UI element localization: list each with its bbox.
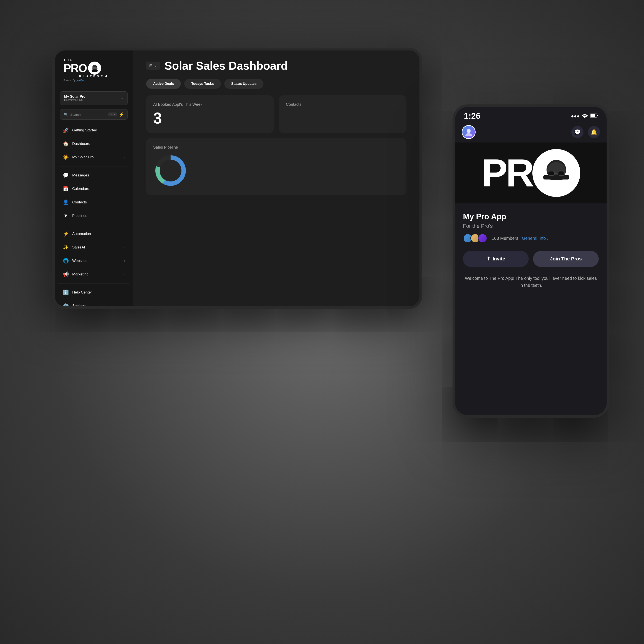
community-app-name: My Pro App xyxy=(463,212,599,221)
svg-rect-17 xyxy=(548,171,555,176)
phone-statusbar: 1:26 ●●● xyxy=(455,107,607,123)
rocket-icon: 🚀 xyxy=(63,127,69,133)
sidebar-item-settings[interactable]: ⚙️ Settings xyxy=(58,300,129,306)
sidebar-item-contacts[interactable]: 👤 Contacts xyxy=(58,196,129,209)
sidebar-item-messages[interactable]: 💬 Messages xyxy=(58,169,129,182)
layout-toggle-button[interactable]: ⊞ ⌄ xyxy=(146,62,160,70)
sidebar-item-websites[interactable]: 🌐 Websites › xyxy=(58,255,129,267)
workspace-label: My Solar Pro xyxy=(64,95,86,99)
sidebar-item-pipelines[interactable]: ▼ Pipelines xyxy=(58,210,129,222)
nav-label: SalesAI xyxy=(72,245,121,250)
workspace-dropdown[interactable]: My Solar Pro Huntersville, NC ⌄ xyxy=(60,91,128,105)
nav-label: Automation xyxy=(72,232,125,236)
svg-rect-1 xyxy=(92,69,98,72)
sidebar-item-marketing[interactable]: 📢 Marketing › xyxy=(58,268,129,281)
share-icon: ⬆ xyxy=(486,256,490,262)
chevron-down-icon: ⌄ xyxy=(120,96,124,101)
sidebar-item-my-solar-pro[interactable]: ☀️ My Solar Pro › xyxy=(58,151,129,164)
help-icon: ℹ️ xyxy=(63,290,69,295)
chevron-right-icon: › xyxy=(124,245,125,249)
community-tagline: For the Pro's xyxy=(463,223,599,229)
nav-divider-2 xyxy=(58,225,129,225)
dashboard-header: ⊞ ⌄ Solar Sales Dashboard xyxy=(133,50,419,79)
sidebar-item-getting-started[interactable]: 🚀 Getting Started xyxy=(58,124,129,137)
sidebar-item-help-center[interactable]: ℹ️ Help Center xyxy=(58,286,129,299)
nav-label: Calendars xyxy=(72,187,125,191)
pro-logo-circle xyxy=(532,149,580,197)
pipeline-card: Sales Pipeline xyxy=(146,138,406,195)
chevron-right-icon: › xyxy=(124,272,125,276)
community-section: My Pro App For the Pro's 163 Members | G… xyxy=(455,203,607,295)
settings-icon: ⚙️ xyxy=(63,303,69,306)
logo-powered-text: Powered By qualifye xyxy=(64,79,124,82)
logo-the-text: THE xyxy=(64,58,124,62)
contacts-icon: 👤 xyxy=(63,200,69,205)
sidebar-item-automation[interactable]: ⚡ Automation xyxy=(58,228,129,240)
dashboard-cards-grid: AI Booked Appt's This Week 3 Contacts xyxy=(133,95,419,133)
tab-active-deals[interactable]: Active Deals xyxy=(146,79,181,89)
nav-label: Help Center xyxy=(72,290,125,295)
member-avatars xyxy=(463,233,485,243)
card-title: Contacts xyxy=(286,102,399,107)
logo-icon xyxy=(88,62,101,75)
sidebar-item-salesai[interactable]: ✨ SalesAI › xyxy=(58,241,129,254)
logo-platform-text: PLATFORM xyxy=(64,75,124,78)
ai-icon: ✨ xyxy=(63,245,69,250)
invite-button[interactable]: ⬆ Invite xyxy=(463,251,529,267)
nav-label: Websites xyxy=(72,259,121,263)
marketing-icon: 📢 xyxy=(63,272,69,277)
card-title: AI Booked Appt's This Week xyxy=(153,102,267,107)
search-input[interactable]: Search xyxy=(70,113,106,116)
statusbar-time: 1:26 xyxy=(464,111,480,121)
phone-device: 1:26 ●●● xyxy=(453,104,609,418)
nav-label: Marketing xyxy=(72,272,121,277)
community-description: Welcome to The Pro App! The only tool yo… xyxy=(463,275,599,289)
layout-icon: ⊞ xyxy=(149,63,153,68)
pro-banner-text: PR xyxy=(481,153,532,193)
tab-todays-tasks[interactable]: Todays Tasks xyxy=(184,79,221,89)
messages-button[interactable]: 💬 xyxy=(571,126,584,138)
nav-label: Contacts xyxy=(72,200,125,205)
dropdown-chevron: ⌄ xyxy=(154,63,157,68)
sidebar-item-calendars[interactable]: 📅 Calendars xyxy=(58,183,129,195)
general-info-link[interactable]: General Info xyxy=(522,236,546,241)
chevron-right-icon: › xyxy=(124,259,125,263)
solar-icon: ☀️ xyxy=(63,154,69,160)
chevron-right-icon: › xyxy=(124,155,125,159)
nav-label: Pipelines xyxy=(72,214,125,218)
tab-status-updates[interactable]: Status Updates xyxy=(224,79,263,89)
pipeline-section: Sales Pipeline xyxy=(133,133,419,200)
notifications-button[interactable]: 🔔 xyxy=(588,126,600,138)
pipeline-title: Sales Pipeline xyxy=(153,145,399,150)
tablet-device: THE PRO PLATFORM Powered By xyxy=(52,48,422,309)
wifi-icon xyxy=(582,113,588,119)
community-action-buttons: ⬆ Invite Join The Pros xyxy=(463,251,599,267)
pipeline-donut-chart xyxy=(153,153,188,188)
sidebar-item-dashboard[interactable]: 🏠 Dashboard xyxy=(58,138,129,150)
messages-icon: 💬 xyxy=(63,173,69,178)
user-avatar[interactable] xyxy=(462,125,476,139)
members-count: 163 Members | General Info › xyxy=(492,236,548,241)
svg-point-7 xyxy=(584,117,585,118)
phone-screen: 1:26 ●●● xyxy=(455,107,607,415)
member-avatar-3 xyxy=(478,233,487,243)
battery-icon xyxy=(590,113,598,119)
signal-icon: ●●● xyxy=(571,113,580,119)
donut-svg xyxy=(153,153,188,188)
community-members-row: 163 Members | General Info › xyxy=(463,233,599,243)
search-bar[interactable]: 🔍 Search ctrl K ⚡ xyxy=(60,109,128,120)
chat-icon: 💬 xyxy=(574,129,581,135)
phone-header-icons: 💬 🔔 xyxy=(571,126,600,138)
main-content: ⊞ ⌄ Solar Sales Dashboard Active Deals T… xyxy=(133,50,419,306)
svg-point-12 xyxy=(465,133,472,136)
bell-icon: 🔔 xyxy=(591,129,597,135)
phone-app-header: 💬 🔔 xyxy=(455,123,607,143)
dashboard-tabs: Active Deals Todays Tasks Status Updates xyxy=(133,79,419,95)
pro-banner: PR xyxy=(455,143,607,203)
contacts-card: Contacts xyxy=(279,95,406,133)
join-the-pros-button[interactable]: Join The Pros xyxy=(533,251,599,267)
automation-icon: ⚡ xyxy=(63,231,69,237)
svg-rect-18 xyxy=(558,171,565,176)
home-icon: 🏠 xyxy=(63,141,69,147)
logo-pro-text: PRO xyxy=(64,62,87,74)
